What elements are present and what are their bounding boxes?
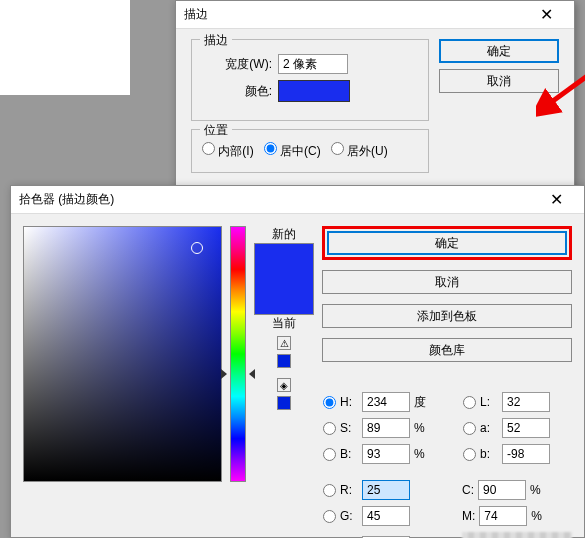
gamut-swatch[interactable] bbox=[277, 354, 291, 368]
a-radio[interactable] bbox=[463, 422, 476, 435]
s-input[interactable] bbox=[362, 418, 410, 438]
fieldset-stroke-label: 描边 bbox=[200, 32, 232, 49]
fieldset-position-label: 位置 bbox=[200, 122, 232, 139]
hue-strip[interactable] bbox=[230, 226, 246, 482]
blab-radio[interactable] bbox=[463, 448, 476, 461]
canvas-area bbox=[0, 0, 130, 95]
new-label: 新的 bbox=[272, 226, 296, 243]
c-input[interactable] bbox=[478, 480, 526, 500]
close-icon[interactable]: ✕ bbox=[526, 1, 566, 29]
m-input[interactable] bbox=[479, 506, 527, 526]
pos-inside-radio[interactable]: 内部(I) bbox=[202, 142, 254, 160]
bv-input[interactable] bbox=[362, 444, 410, 464]
s-radio[interactable] bbox=[323, 422, 336, 435]
ok-highlight-annotation: 确定 bbox=[322, 226, 572, 260]
position-fieldset: 位置 内部(I) 居中(C) 居外(U) bbox=[191, 129, 429, 173]
picker-title-bar: 拾色器 (描边颜色) ✕ bbox=[11, 186, 584, 214]
preview-new-color bbox=[255, 244, 313, 279]
websafe-swatch[interactable] bbox=[277, 396, 291, 410]
picker-title: 拾色器 (描边颜色) bbox=[19, 191, 536, 208]
stroke-ok-button[interactable]: 确定 bbox=[439, 39, 559, 63]
stroke-title: 描边 bbox=[184, 6, 526, 23]
current-label: 当前 bbox=[272, 315, 296, 332]
hue-slider[interactable] bbox=[225, 369, 251, 379]
bv-radio[interactable] bbox=[323, 448, 336, 461]
pos-outside-radio[interactable]: 居外(U) bbox=[331, 142, 388, 160]
color-field-marker bbox=[191, 242, 203, 254]
stroke-dialog: 描边 ✕ 描边 宽度(W): 颜色: 位置 内部(I) 居中(C) bbox=[175, 0, 575, 200]
gamut-warning-icon[interactable]: ⚠ bbox=[277, 336, 291, 350]
add-to-swatches-button[interactable]: 添加到色板 bbox=[322, 304, 572, 328]
color-field[interactable] bbox=[23, 226, 222, 482]
preview-current-color bbox=[255, 279, 313, 314]
cube-icon[interactable]: ◈ bbox=[277, 378, 291, 392]
g-input[interactable] bbox=[362, 506, 410, 526]
l-input[interactable] bbox=[502, 392, 550, 412]
h-input[interactable] bbox=[362, 392, 410, 412]
color-label: 颜色: bbox=[202, 83, 272, 100]
blab-input[interactable] bbox=[502, 444, 550, 464]
close-icon[interactable]: ✕ bbox=[536, 186, 576, 214]
l-radio[interactable] bbox=[463, 396, 476, 409]
stroke-cancel-button[interactable]: 取消 bbox=[439, 69, 559, 93]
blurred-area bbox=[462, 532, 572, 538]
color-picker-dialog: 拾色器 (描边颜色) ✕ 新的 当前 ⚠ ◈ 确定 bbox=[10, 185, 585, 538]
a-input[interactable] bbox=[502, 418, 550, 438]
r-radio[interactable] bbox=[323, 484, 336, 497]
stroke-color-swatch[interactable] bbox=[278, 80, 350, 102]
g-radio[interactable] bbox=[323, 510, 336, 523]
r-input[interactable] bbox=[362, 480, 410, 500]
pos-center-radio[interactable]: 居中(C) bbox=[264, 142, 321, 160]
color-libraries-button[interactable]: 颜色库 bbox=[322, 338, 572, 362]
picker-ok-button[interactable]: 确定 bbox=[327, 231, 567, 255]
picker-cancel-button[interactable]: 取消 bbox=[322, 270, 572, 294]
stroke-title-bar: 描边 ✕ bbox=[176, 1, 574, 29]
color-preview bbox=[254, 243, 314, 315]
width-input[interactable] bbox=[278, 54, 348, 74]
stroke-fieldset: 描边 宽度(W): 颜色: bbox=[191, 39, 429, 121]
h-radio[interactable] bbox=[323, 396, 336, 409]
width-label: 宽度(W): bbox=[202, 56, 272, 73]
